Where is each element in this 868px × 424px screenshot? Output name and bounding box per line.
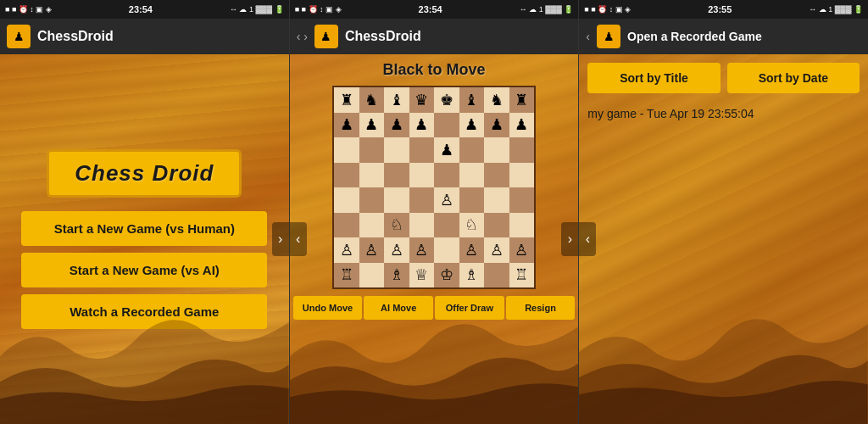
chess-cell-0-5[interactable]: ♝ <box>459 87 485 113</box>
chess-cell-3-0[interactable] <box>334 163 359 188</box>
next-panel-arrow-1[interactable]: › <box>272 222 289 256</box>
app-bar-2: ‹ › ♟ ChessDroid <box>290 19 579 54</box>
chess-cell-3-7[interactable] <box>509 163 535 188</box>
chess-cell-0-3[interactable]: ♛ <box>409 87 435 113</box>
game-entry-item[interactable]: my game - Tue Apr 19 23:55:04 <box>587 103 860 124</box>
back-arrow-3[interactable]: ‹ <box>586 30 590 43</box>
chess-cell-2-7[interactable] <box>509 137 535 163</box>
chess-cell-0-1[interactable]: ♞ <box>359 87 385 113</box>
chess-cell-6-3[interactable]: ♙ <box>409 237 435 263</box>
chess-cell-7-3[interactable]: ♕ <box>409 263 435 288</box>
chess-cell-6-5[interactable]: ♙ <box>459 237 485 263</box>
chess-cell-2-3[interactable] <box>409 137 435 163</box>
panel-game-board: ■ ■ ⏰ ↕ ▣ ◈ 23:54 ↔ ☁ 1 ▓▓▓ 🔋 ‹ › ♟ Ches… <box>289 0 579 424</box>
sort-by-title-button[interactable]: Sort by Title <box>587 63 720 93</box>
chess-cell-4-3[interactable] <box>409 187 435 213</box>
chess-cell-5-4[interactable] <box>434 213 459 238</box>
chess-cell-6-1[interactable]: ♙ <box>359 237 385 263</box>
chess-cell-6-6[interactable]: ♙ <box>484 237 509 263</box>
chess-cell-3-3[interactable] <box>409 163 435 188</box>
sort-by-date-button[interactable]: Sort by Date <box>727 63 860 93</box>
chess-cell-2-6[interactable] <box>484 137 509 163</box>
start-game-vs-ai-button[interactable]: Start a New Game (vs AI) <box>21 253 267 287</box>
chess-icon-2: ♟ <box>320 30 331 43</box>
chess-cell-7-2[interactable]: ♗ <box>384 263 409 288</box>
chess-cell-1-5[interactable]: ♟ <box>459 113 485 138</box>
chess-cell-7-0[interactable]: ♖ <box>334 263 359 288</box>
start-game-vs-human-button[interactable]: Start a New Game (vs Human) <box>21 211 267 246</box>
chess-cell-5-6[interactable] <box>484 213 509 238</box>
chess-cell-0-4[interactable]: ♚ <box>434 87 459 113</box>
prev-panel-arrow-2[interactable]: ‹ <box>290 222 307 256</box>
chess-cell-7-4[interactable]: ♔ <box>434 263 459 288</box>
chess-cell-7-5[interactable]: ♗ <box>459 263 485 288</box>
nav-arrows-2[interactable]: ‹ › <box>297 30 308 43</box>
app-title-3: Open a Recorded Game <box>627 30 762 43</box>
chess-cell-3-2[interactable] <box>384 163 409 188</box>
chess-cell-4-2[interactable] <box>384 187 409 213</box>
app-icon-2: ♟ <box>314 25 338 48</box>
chess-cell-3-6[interactable] <box>484 163 509 188</box>
chess-cell-2-2[interactable] <box>384 137 409 163</box>
chess-cell-7-7[interactable]: ♖ <box>509 263 535 288</box>
app-icon-1: ♟ <box>7 25 31 48</box>
offer-draw-button[interactable]: Offer Draw <box>435 296 504 320</box>
chess-cell-3-1[interactable] <box>359 163 385 188</box>
chess-cell-5-2[interactable]: ♘ <box>384 213 409 238</box>
chess-cell-1-4[interactable] <box>434 113 459 138</box>
game-status-label: Black to Move <box>382 61 485 79</box>
chess-cell-5-0[interactable] <box>334 213 359 238</box>
chess-cell-1-0[interactable]: ♟ <box>334 113 359 138</box>
chess-cell-0-2[interactable]: ♝ <box>384 87 409 113</box>
status-icons-left-2: ■ ■ ⏰ ↕ ▣ ◈ <box>295 5 342 14</box>
chess-cell-5-1[interactable] <box>359 213 385 238</box>
chess-cell-4-7[interactable] <box>509 187 535 213</box>
chess-cell-2-5[interactable] <box>459 137 485 163</box>
status-icons-right-1: ↔ ☁ 1 ▓▓▓ 🔋 <box>230 5 284 14</box>
chess-cell-4-5[interactable] <box>459 187 485 213</box>
chess-cell-5-7[interactable] <box>509 213 535 238</box>
chess-cell-1-7[interactable]: ♟ <box>509 113 535 138</box>
wood-background-2: Black to Move ♜♞♝♛♚♝♞♜♟♟♟♟♟♟♟♟♙♘♘♙♙♙♙♙♙♙… <box>290 54 579 424</box>
chess-cell-6-7[interactable]: ♙ <box>509 237 535 263</box>
app-logo: Chess Droid <box>47 149 242 198</box>
chess-cell-6-0[interactable]: ♙ <box>334 237 359 263</box>
chess-cell-1-6[interactable]: ♟ <box>484 113 509 138</box>
app-title-1: ChessDroid <box>37 29 114 44</box>
chess-cell-7-6[interactable] <box>484 263 509 288</box>
chess-cell-2-0[interactable] <box>334 137 359 163</box>
prev-panel-arrow-3[interactable]: ‹ <box>579 222 596 256</box>
wood-background-3: Sort by Title Sort by Date my game - Tue… <box>579 54 868 424</box>
game-action-buttons: Undo Move AI Move Offer Draw Resign <box>290 296 579 320</box>
chess-cell-3-5[interactable] <box>459 163 485 188</box>
status-icons-right-2: ↔ ☁ 1 ▓▓▓ 🔋 <box>520 5 574 14</box>
chess-cell-0-6[interactable]: ♞ <box>484 87 509 113</box>
chess-cell-1-3[interactable]: ♟ <box>409 113 435 138</box>
chess-cell-0-0[interactable]: ♜ <box>334 87 359 113</box>
chess-cell-5-5[interactable]: ♘ <box>459 213 485 238</box>
chess-cell-4-4[interactable]: ♙ <box>434 187 459 213</box>
chess-cell-6-4[interactable] <box>434 237 459 263</box>
chess-cell-4-0[interactable] <box>334 187 359 213</box>
app-bar-1: ♟ ChessDroid <box>0 19 289 54</box>
chess-cell-7-1[interactable] <box>359 263 385 288</box>
chess-cell-2-4[interactable]: ♟ <box>434 137 459 163</box>
chess-cell-1-2[interactable]: ♟ <box>384 113 409 138</box>
ai-move-button[interactable]: AI Move <box>364 296 433 320</box>
chess-cell-5-3[interactable] <box>409 213 435 238</box>
resign-button[interactable]: Resign <box>506 296 576 320</box>
undo-move-button[interactable]: Undo Move <box>293 296 363 320</box>
chess-cell-4-6[interactable] <box>484 187 509 213</box>
panel-main-menu: ■ ■ ⏰ ↕ ▣ ◈ 23:54 ↔ ☁ 1 ▓▓▓ 🔋 ♟ ChessDro… <box>0 0 289 424</box>
chess-cell-6-2[interactable]: ♙ <box>384 237 409 263</box>
chess-board[interactable]: ♜♞♝♛♚♝♞♜♟♟♟♟♟♟♟♟♙♘♘♙♙♙♙♙♙♙♖♗♕♔♗♖ <box>332 86 536 289</box>
watch-recorded-game-button[interactable]: Watch a Recorded Game <box>21 294 267 329</box>
chess-cell-1-1[interactable]: ♟ <box>359 113 385 138</box>
chess-cell-3-4[interactable] <box>434 163 459 188</box>
status-time-3: 23:55 <box>708 4 732 14</box>
chess-cell-4-1[interactable] <box>359 187 385 213</box>
chess-cell-0-7[interactable]: ♜ <box>509 87 535 113</box>
next-panel-arrow-2[interactable]: › <box>561 222 578 256</box>
chess-icon-1: ♟ <box>14 30 25 43</box>
chess-cell-2-1[interactable] <box>359 137 385 163</box>
